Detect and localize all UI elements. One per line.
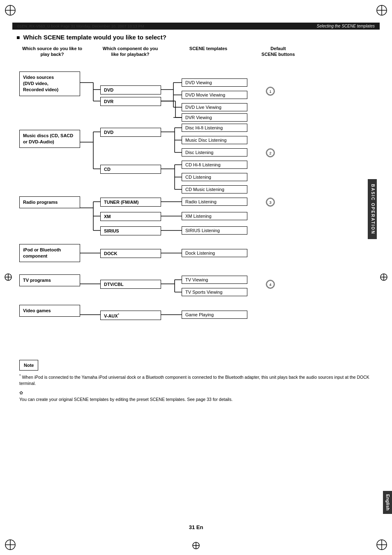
tip-icon: ✿ bbox=[19, 390, 373, 396]
scene-box-radio-listening: Radio Listening bbox=[182, 198, 247, 206]
scene-button-1: 1 bbox=[266, 87, 275, 96]
scene-box-dvd-movie: DVD Movie Viewing bbox=[182, 91, 247, 99]
source-box-music: Music discs (CD, SACDor DVD-Audio) bbox=[19, 130, 80, 148]
svg-text:2: 2 bbox=[269, 151, 271, 155]
scene-box-dvd-viewing: DVD Viewing bbox=[182, 78, 247, 87]
svg-text:4: 4 bbox=[269, 283, 271, 287]
col-header-component: Which component do youlike for playback? bbox=[97, 46, 163, 58]
scene-box-tv-sports: TV Sports Viewing bbox=[182, 288, 247, 296]
corner-mark-br bbox=[376, 539, 388, 551]
comp-box-dvr: DVR bbox=[100, 97, 161, 106]
note-asterisk-text: * When iPod is connected to the Yamaha i… bbox=[19, 373, 373, 387]
scene-box-game-playing: Game Playing bbox=[182, 311, 247, 319]
scene-box-dvr-viewing: DVR Viewing bbox=[182, 113, 247, 122]
corner-mark-bl bbox=[4, 539, 16, 551]
source-box-tv: TV programs bbox=[19, 274, 80, 286]
scene-box-cd-hifi: CD Hi-fi Listening bbox=[182, 161, 247, 169]
file-info: 01EN_RX-V563_U.book Page 31 Monday, Dece… bbox=[17, 24, 144, 28]
corner-mark-tr bbox=[376, 4, 388, 16]
col-header-scene: SCENE templates bbox=[175, 46, 241, 58]
diagram-container: Which source do you like toplay back? Wh… bbox=[19, 46, 373, 403]
scene-box-dock-listening: Dock Listening bbox=[182, 249, 247, 257]
mid-mark-left bbox=[4, 273, 12, 282]
source-box-games: Video games bbox=[19, 305, 80, 317]
svg-text:1: 1 bbox=[269, 90, 271, 94]
column-headers: Which source do you like toplay back? Wh… bbox=[19, 46, 373, 58]
scene-button-4: 4 bbox=[266, 280, 275, 289]
scene-button-3: 3 bbox=[266, 198, 275, 207]
comp-box-dvd2: DVD bbox=[100, 128, 161, 137]
page-number: 31 En bbox=[189, 524, 203, 530]
scene-box-cd-listening: CD Listening bbox=[182, 173, 247, 181]
scene-box-dvd-live: DVD Live Viewing bbox=[182, 103, 247, 111]
scene-button-2: 2 bbox=[266, 148, 275, 157]
tip-text: You can create your original SCENE templ… bbox=[19, 396, 373, 403]
comp-box-tuner: TUNER (FM/AM) bbox=[100, 198, 161, 207]
scene-box-disc-hifi: Disc Hi-fi Listening bbox=[182, 124, 247, 132]
main-content: Which SCENE template would you like to s… bbox=[12, 34, 380, 403]
comp-box-dtv: DTV/CBL bbox=[100, 280, 161, 289]
source-box-radio: Radio programs bbox=[19, 196, 80, 208]
scene-box-tv-viewing: TV Viewing bbox=[182, 276, 247, 284]
section-title: Which SCENE template would you like to s… bbox=[16, 34, 376, 41]
mid-mark-right bbox=[380, 273, 388, 282]
scene-box-cd-music: CD Music Listening bbox=[182, 185, 247, 193]
comp-box-dock: DOCK bbox=[100, 249, 161, 258]
english-tab: English bbox=[383, 491, 392, 514]
corner-mark-tl bbox=[4, 4, 16, 16]
note-label: Note bbox=[19, 360, 38, 371]
diagram-wrapper: Video sources(DVD video,Recorded video) … bbox=[19, 60, 373, 348]
scene-box-music-disc: Music Disc Listening bbox=[182, 136, 247, 144]
mid-mark-bottom bbox=[192, 541, 200, 551]
comp-box-dvd1: DVD bbox=[100, 85, 161, 94]
note-container: Note * When iPod is connected to the Yam… bbox=[19, 352, 373, 403]
scene-box-xm-listening: XM Listening bbox=[182, 212, 247, 220]
source-box-ipod: iPod or Bluetoothcomponent bbox=[19, 244, 80, 263]
comp-box-sirius: SIRIUS bbox=[100, 226, 161, 235]
comp-box-xm: XM bbox=[100, 212, 161, 221]
svg-text:3: 3 bbox=[269, 200, 271, 205]
header-right: Selecting the SCENE templates bbox=[317, 24, 375, 28]
scene-box-sirius-listening: SIRIUS Listening bbox=[182, 226, 247, 235]
side-tab-basic-operation: BASIC OPERATION bbox=[368, 179, 377, 240]
col-header-source: Which source do you like toplay back? bbox=[19, 46, 85, 58]
col-header-default: DefaultSCENE buttons bbox=[254, 46, 303, 58]
source-box-video: Video sources(DVD video,Recorded video) bbox=[19, 71, 80, 96]
scene-box-disc-listening: Disc Listening bbox=[182, 148, 247, 157]
comp-box-vaux: V-AUX* bbox=[100, 311, 161, 320]
comp-box-cd: CD bbox=[100, 165, 161, 174]
top-bar: 01EN_RX-V563_U.book Page 31 Monday, Dece… bbox=[12, 23, 380, 30]
